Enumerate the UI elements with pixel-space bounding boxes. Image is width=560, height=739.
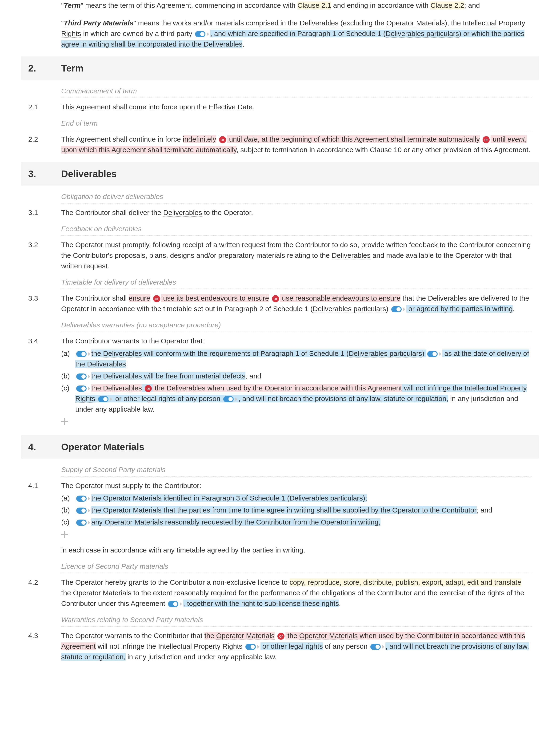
definition-term: "Term" means the term of this Agreement,… (61, 0, 532, 11)
document-page: "Term" means the term of this Agreement,… (0, 0, 560, 676)
section-3-header: 3. Deliverables (21, 162, 539, 185)
or-badge[interactable]: or (272, 295, 279, 302)
clause-2-1: 2.1 This Agreement shall come into force… (28, 102, 532, 112)
subheading-2-2: End of term (61, 118, 532, 130)
clause-4-1: 4.1 The Operator must supply to the Cont… (28, 480, 532, 555)
clause-3-1: 3.1 The Contributor shall deliver the De… (28, 207, 532, 218)
clause-4-1-b: (b) the Operator Materials that the part… (61, 505, 532, 515)
clause-3-2: 3.2 The Operator must promptly, followin… (28, 240, 532, 271)
definition-third-party-materials: "Third Party Materials" means the works … (61, 18, 532, 49)
placeholder-event[interactable]: event (508, 135, 525, 143)
ref-clause-2-2: Clause 2.2 (430, 1, 464, 9)
ref-clause-2-1: Clause 2.1 (297, 1, 331, 9)
clause-2-2: 2.2 This Agreement shall continue in for… (28, 134, 532, 155)
toggle-optional[interactable] (76, 386, 90, 392)
add-item-icon[interactable] (61, 531, 68, 538)
or-badge[interactable]: or (145, 385, 152, 392)
defined-term-tpm: Third Party Materials (64, 19, 134, 27)
toggle-optional[interactable] (168, 601, 182, 607)
subheading-3-2: Feedback on deliverables (61, 224, 532, 236)
toggle-optional[interactable] (245, 644, 260, 650)
section-title: Term (61, 61, 84, 75)
section-number: 2. (28, 61, 61, 75)
clause-3-3: 3.3 The Contributor shall ensure or use … (28, 293, 532, 314)
toggle-optional[interactable] (427, 351, 441, 357)
subheading-4-2: Licence of Second Party materials (61, 561, 532, 573)
toggle-optional[interactable] (76, 495, 90, 502)
ref-deliverables: Deliverables (299, 19, 338, 27)
clause-3-4: 3.4 The Contributor warrants to the Oper… (28, 336, 532, 428)
subheading-2-1: Commencement of term (61, 86, 532, 98)
or-badge[interactable]: or (219, 136, 226, 143)
toggle-optional[interactable] (98, 396, 112, 402)
toggle-optional[interactable] (391, 306, 405, 312)
subheading-4-1: Supply of Second Party materials (61, 464, 532, 476)
toggle-optional[interactable] (195, 31, 209, 37)
clause-3-4-a: (a) the Deliverables will conform with t… (61, 348, 532, 369)
defined-term-term: Term (64, 1, 81, 9)
clause-4-1-a: (a) the Operator Materials identified in… (61, 493, 532, 503)
toggle-optional[interactable] (76, 520, 90, 526)
add-item-icon[interactable] (61, 418, 68, 425)
clause-4-3: 4.3 The Operator warrants to the Contrib… (28, 630, 532, 662)
toggle-optional[interactable] (370, 644, 385, 650)
or-badge[interactable]: or (153, 295, 160, 302)
subheading-3-1: Obligation to deliver deliverables (61, 191, 532, 203)
ref-operator-materials: Operator Materials (386, 19, 445, 27)
clause-3-4-b: (b) the Deliverables will be free from m… (61, 371, 532, 381)
toggle-optional[interactable] (223, 396, 238, 402)
toggle-optional[interactable] (76, 374, 90, 380)
subheading-3-3: Timetable for delivery of deliverables (61, 277, 532, 289)
subheading-4-3: Warranties relating to Second Party mate… (61, 614, 532, 626)
clause-4-1-c: (c) any Operator Materials reasonably re… (61, 517, 532, 527)
clause-4-2: 4.2 The Operator hereby grants to the Co… (28, 577, 532, 609)
placeholder-date[interactable]: date (244, 135, 258, 143)
or-badge[interactable]: or (482, 136, 489, 143)
section-2-header: 2. Term (21, 56, 539, 80)
ref-effective-date: Effective Date (209, 103, 253, 111)
or-badge[interactable]: or (277, 633, 284, 640)
toggle-optional[interactable] (76, 507, 90, 514)
clause-3-4-c: (c) the Deliverables or the Deliverables… (61, 383, 532, 414)
subheading-3-4: Deliverables warranties (no acceptance p… (61, 320, 532, 332)
toggle-optional[interactable] (76, 351, 90, 357)
editable-licence-verbs[interactable]: copy, reproduce, store, distribute, publ… (290, 578, 522, 586)
section-4-header: 4. Operator Materials (21, 435, 539, 459)
